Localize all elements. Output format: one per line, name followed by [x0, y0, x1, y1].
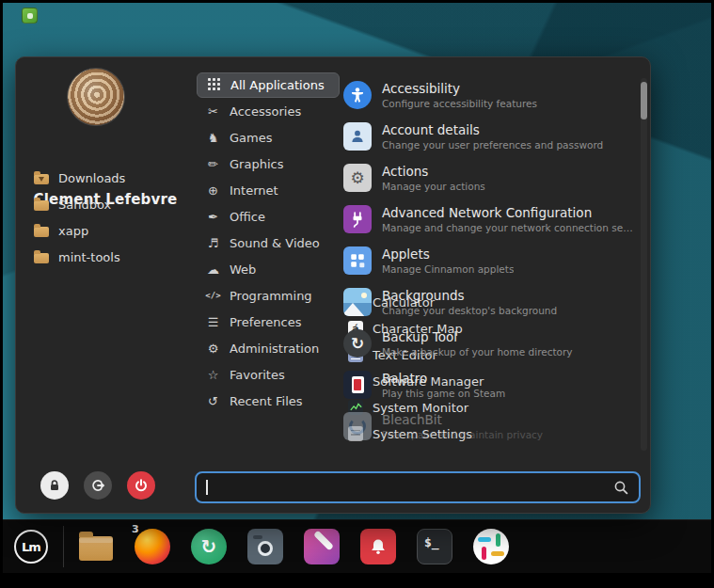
pencil-icon: ✏: [205, 158, 221, 170]
desktop-shortcut-icon[interactable]: [22, 8, 38, 24]
category-label: Recent Files: [230, 394, 303, 408]
category-list: All Applications ✂ Accessories ♞ Games ✏…: [197, 72, 340, 414]
category-label: Internet: [230, 183, 278, 198]
app-backup-tool[interactable]: ↻ Backup Tool Make a backup of your home…: [343, 323, 637, 364]
search-bar[interactable]: [195, 471, 641, 503]
scrollbar-track[interactable]: [641, 78, 647, 451]
category-label: Office: [230, 210, 265, 224]
category-administration[interactable]: ⚙ Administration: [197, 335, 340, 361]
firefox-icon: [135, 529, 170, 564]
files-button[interactable]: [77, 528, 115, 565]
category-recent-files[interactable]: ↺ Recent Files: [197, 388, 340, 414]
category-label: Sound & Video: [230, 236, 320, 250]
taskbar-separator: [63, 526, 64, 567]
code-icon: </>: [205, 292, 221, 300]
application-list: Accessibility Configure accessibility fe…: [343, 74, 637, 447]
category-sound-video[interactable]: ♬ Sound & Video: [197, 230, 340, 256]
logout-icon: [90, 478, 105, 493]
app-description: Manage Cinnamon applets: [382, 263, 514, 275]
category-label: Graphics: [230, 157, 283, 171]
drawing-app-button[interactable]: [303, 528, 341, 565]
backup-tool-icon: ↻: [343, 329, 372, 358]
category-preferences[interactable]: ☰ Preferences: [197, 309, 340, 335]
scissors-icon: ✂: [205, 105, 221, 118]
app-description: Manage and change your network connectio…: [382, 222, 634, 233]
category-label: Web: [230, 262, 256, 277]
terminal-icon: $_: [417, 529, 452, 564]
search-input[interactable]: [210, 480, 614, 495]
place-label: Sandbox: [58, 198, 111, 212]
recent-icon: ↺: [205, 395, 221, 407]
place-item-downloads[interactable]: Downloads: [29, 165, 189, 191]
balatro-icon: [343, 371, 372, 399]
app-name: Balatro: [382, 371, 505, 386]
category-accessories[interactable]: ✂ Accessories: [197, 98, 340, 124]
app-description: Change your user preferences and passwor…: [382, 139, 603, 151]
lock-screen-button[interactable]: [40, 471, 69, 500]
folder-icon: [33, 222, 50, 239]
lock-icon: [47, 478, 62, 493]
app-description: Play this game on Steam: [382, 388, 505, 399]
category-label: Programming: [230, 289, 312, 303]
app-accessibility[interactable]: Accessibility Configure accessibility fe…: [343, 74, 637, 116]
actions-icon: ⚙: [343, 164, 372, 192]
user-avatar[interactable]: [68, 69, 124, 125]
category-all-applications[interactable]: All Applications: [197, 72, 340, 98]
place-item-xapp[interactable]: xapp: [29, 217, 189, 244]
notification-badge: 3: [132, 523, 139, 535]
app-description: Free space and maintain privacy: [382, 429, 543, 440]
app-bleachbit[interactable]: BleachBit Free space and maintain privac…: [343, 405, 637, 447]
app-description: Configure accessibility features: [382, 98, 537, 109]
music-note-icon: ♬: [205, 237, 221, 249]
camera-icon: [247, 529, 283, 564]
cinnamon-menu: Clement Lefebvre Downloads Sandbox xapp …: [15, 56, 651, 514]
pen-icon: ✒: [205, 211, 221, 223]
bell-icon: [360, 529, 396, 564]
backgrounds-icon: [343, 288, 372, 316]
category-office[interactable]: ✒ Office: [197, 203, 340, 230]
app-balatro[interactable]: Balatro Play this game on Steam: [343, 364, 637, 405]
downloads-folder-icon: [33, 169, 50, 186]
slack-button[interactable]: [472, 528, 510, 565]
place-label: mint-tools: [58, 250, 120, 264]
mint-logo-icon: Lm: [22, 540, 40, 554]
screenshot-button[interactable]: [246, 528, 284, 565]
grid-icon: [206, 78, 222, 92]
category-internet[interactable]: ⊕ Internet: [197, 177, 340, 203]
app-applets[interactable]: Applets Manage Cinnamon applets: [343, 240, 637, 281]
place-label: xapp: [58, 224, 88, 238]
applets-icon: [343, 246, 372, 275]
update-manager-button[interactable]: ↻: [190, 528, 228, 565]
logout-button[interactable]: [84, 471, 112, 500]
star-icon: ☆: [205, 369, 221, 381]
firefox-button[interactable]: 3: [134, 528, 171, 565]
category-graphics[interactable]: ✏ Graphics: [197, 151, 340, 177]
category-favorites[interactable]: ☆ Favorites: [197, 361, 340, 388]
refresh-icon: ↻: [191, 529, 227, 564]
category-web[interactable]: ☁ Web: [197, 256, 340, 282]
app-name: Accessibility: [382, 81, 537, 96]
text-caret: [206, 480, 208, 495]
place-item-mint-tools[interactable]: mint-tools: [29, 244, 189, 270]
accessibility-icon: [343, 81, 372, 109]
place-item-sandbox[interactable]: Sandbox: [29, 191, 189, 217]
scrollbar-thumb[interactable]: [641, 82, 647, 119]
globe-icon: ⊕: [205, 184, 221, 197]
taskbar: Lm 3 ↻: [3, 519, 711, 573]
terminal-button[interactable]: $_: [416, 528, 453, 565]
category-label: Games: [230, 131, 272, 145]
app-account-details[interactable]: Account details Change your user prefere…: [343, 116, 637, 157]
shutdown-button[interactable]: [127, 471, 155, 500]
category-games[interactable]: ♞ Games: [197, 124, 340, 151]
menu-button[interactable]: Lm: [14, 530, 48, 564]
app-backgrounds[interactable]: Backgrounds Change your desktop's backgr…: [343, 281, 637, 323]
slack-icon: [473, 529, 509, 564]
app-actions[interactable]: ⚙ Actions Manage your actions: [343, 157, 637, 199]
cloud-icon: ☁: [205, 263, 221, 276]
app-advanced-network-configuration[interactable]: Advanced Network Configuration Manage an…: [343, 199, 637, 240]
category-programming[interactable]: </> Programming: [197, 282, 340, 309]
alerts-button[interactable]: [359, 528, 397, 565]
app-name: Backgrounds: [382, 288, 557, 303]
session-buttons: [40, 471, 155, 500]
bleachbit-icon: [343, 412, 372, 440]
